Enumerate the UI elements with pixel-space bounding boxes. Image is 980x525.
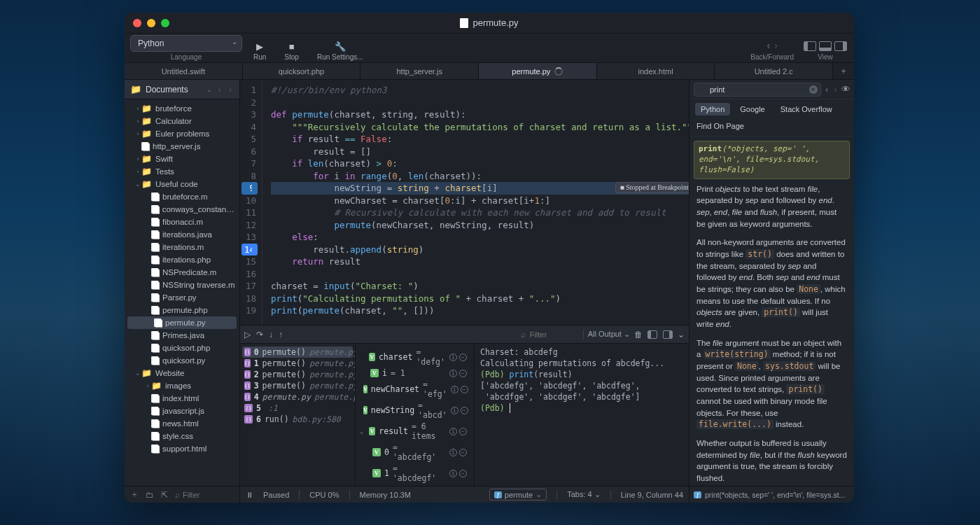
- line-number[interactable]: 14: [241, 244, 258, 256]
- line-number[interactable]: 11: [243, 206, 256, 219]
- variable-row[interactable]: V newString = 'abcd'i−: [360, 400, 470, 421]
- file-conways_constant-m[interactable]: conways_constant.m: [125, 203, 239, 216]
- line-number[interactable]: 3: [243, 108, 256, 121]
- find-on-page-link[interactable]: Find On Page: [690, 119, 854, 136]
- stack-frame[interactable]: {}0 permute() permute.py:9: [242, 346, 353, 358]
- debug-right-pane-button[interactable]: [663, 330, 673, 339]
- line-number[interactable]: 10: [243, 195, 256, 207]
- debug-filter-input[interactable]: [530, 330, 579, 339]
- file-fibonacci-m[interactable]: fibonacci.m: [125, 216, 239, 228]
- step-into-button[interactable]: ↓: [269, 330, 273, 340]
- stack-frame[interactable]: {}3 permute() permute.py:12: [244, 380, 351, 391]
- info-icon[interactable]: i: [449, 470, 457, 477]
- tab-index-html[interactable]: index.html: [597, 63, 715, 79]
- variable-row[interactable]: V i = 1i−: [360, 368, 470, 379]
- variable-row[interactable]: V 1 = 'abcdegf'i−: [360, 463, 470, 484]
- sidebar-back-button[interactable]: ‹: [216, 85, 223, 94]
- code-editor[interactable]: 12345678910111213141516171819 #!/usr/bin…: [240, 80, 689, 325]
- line-number[interactable]: 7: [243, 158, 256, 170]
- info-icon[interactable]: i: [449, 370, 457, 377]
- docs-forward-button[interactable]: ›: [832, 84, 838, 94]
- output-selector[interactable]: All Output ⌄: [588, 330, 630, 339]
- sidebar-filter-input[interactable]: [183, 491, 225, 499]
- file-iterations-php[interactable]: iterations.php: [125, 253, 239, 266]
- info-icon[interactable]: i: [449, 449, 457, 456]
- tab-http_server-js[interactable]: http_server.js: [360, 63, 479, 79]
- back-button[interactable]: ‹: [764, 40, 772, 51]
- info-icon[interactable]: i: [451, 386, 458, 393]
- disclosure-icon[interactable]: ⌄: [360, 428, 365, 435]
- remove-icon[interactable]: −: [459, 370, 467, 377]
- debug-collapse-button[interactable]: ⌄: [678, 330, 685, 340]
- watch-toggle-button[interactable]: 👁: [841, 84, 850, 94]
- remove-icon[interactable]: −: [459, 449, 467, 456]
- file-iterations-m[interactable]: iterations.m: [125, 241, 239, 253]
- folder-images[interactable]: ›📁images: [125, 379, 239, 392]
- run-button[interactable]: ▶ Run: [246, 41, 273, 61]
- remove-icon[interactable]: −: [459, 428, 467, 435]
- file-nsstring-traverse-m[interactable]: NSString traverse.m: [125, 279, 239, 291]
- file-primes-java[interactable]: Primes.java: [125, 329, 239, 342]
- stack-frame[interactable]: {}4 permute.py permute.py:19: [244, 391, 351, 402]
- line-number[interactable]: 19: [243, 304, 256, 317]
- line-number[interactable]: 1: [243, 84, 256, 97]
- folder-tests[interactable]: ›📁Tests: [125, 165, 239, 178]
- line-gutter[interactable]: 12345678910111213141516171819: [240, 80, 262, 325]
- stack-frame[interactable]: {}1 permute() permute.py:12: [244, 358, 351, 369]
- docs-settings-button[interactable]: ⚙: [853, 85, 854, 94]
- remove-icon[interactable]: −: [461, 407, 468, 414]
- new-folder-button[interactable]: 🗀: [146, 490, 154, 500]
- file-nspredicate-m[interactable]: NSPredicate.m: [125, 266, 239, 279]
- line-number[interactable]: 8: [243, 170, 256, 183]
- line-number[interactable]: 18: [243, 293, 256, 305]
- code-content[interactable]: #!/usr/bin/env python3def permute(charse…: [262, 80, 689, 325]
- docs-search-input[interactable]: [694, 83, 821, 97]
- folder-swift[interactable]: ›📁Swift: [125, 153, 239, 165]
- file-http_server-js[interactable]: http_server.js: [125, 140, 239, 153]
- line-number[interactable]: 16: [243, 268, 256, 281]
- file-iterations-java[interactable]: iterations.java: [125, 228, 239, 241]
- debug-left-pane-button[interactable]: [648, 330, 657, 339]
- docs-tab-google[interactable]: Google: [734, 103, 770, 115]
- file-style-css[interactable]: style.css: [125, 430, 239, 442]
- close-window-button[interactable]: [133, 19, 141, 27]
- folder-website[interactable]: ⌄📁Website: [125, 367, 239, 379]
- info-icon[interactable]: i: [451, 407, 458, 414]
- zoom-window-button[interactable]: [161, 19, 169, 27]
- pause-icon[interactable]: ⏸: [246, 491, 253, 499]
- file-bruteforce-m[interactable]: bruteforce.m: [125, 190, 239, 203]
- file-quicksort-php[interactable]: quicksort.php: [125, 342, 239, 354]
- run-settings-button[interactable]: 🔧 Run Settings...: [310, 41, 370, 61]
- docs-back-button[interactable]: ‹: [824, 84, 830, 94]
- tab-quicksort-php[interactable]: quicksort.php: [243, 63, 361, 79]
- docs-tab-stack-overflow[interactable]: Stack Overflow: [775, 103, 838, 115]
- folder-useful-code[interactable]: ⌄📁Useful code: [125, 178, 239, 190]
- sidebar-header[interactable]: 📁 Documents ⌄ ‹ ›: [125, 80, 239, 99]
- stop-button[interactable]: ■ Stop: [277, 41, 306, 61]
- clear-output-button[interactable]: 🗑: [634, 330, 643, 340]
- variable-row[interactable]: ⌄V result = 6 itemsi−: [360, 421, 470, 442]
- language-select[interactable]: Python: [130, 35, 242, 52]
- variable-row[interactable]: V newCharset = 'efg'i−: [360, 379, 470, 400]
- line-number[interactable]: 13: [243, 231, 256, 244]
- file-support-html[interactable]: support.html: [125, 442, 239, 455]
- file-quicksort-py[interactable]: quicksort.py: [125, 354, 239, 367]
- symbol-navigator[interactable]: ƒpermute ⌄: [489, 489, 547, 500]
- variable-row[interactable]: V charset = 'defg'i−: [360, 346, 470, 368]
- line-number[interactable]: 4: [243, 121, 256, 134]
- docs-tab-python[interactable]: Python: [695, 103, 730, 115]
- line-number[interactable]: 6: [243, 146, 256, 158]
- info-icon[interactable]: i: [449, 354, 457, 361]
- file-permute-py[interactable]: permute.py: [127, 316, 237, 329]
- file-index-html[interactable]: index.html: [125, 392, 239, 405]
- clear-search-button[interactable]: ✕: [809, 85, 818, 94]
- remove-icon[interactable]: −: [461, 386, 468, 393]
- debug-console[interactable]: Charset: abcdefgCalculating permutations…: [475, 344, 689, 486]
- file-parser-py[interactable]: Parser.py: [125, 291, 239, 304]
- tab-permute-py[interactable]: permute.py: [479, 63, 597, 79]
- folder-calculator[interactable]: ›📁Calculator: [125, 115, 239, 127]
- line-number[interactable]: 12: [243, 219, 256, 232]
- tab-untitled-2-c[interactable]: Untitled 2.c: [715, 63, 833, 79]
- remove-icon[interactable]: −: [459, 470, 467, 477]
- continue-button[interactable]: ▷: [244, 330, 251, 340]
